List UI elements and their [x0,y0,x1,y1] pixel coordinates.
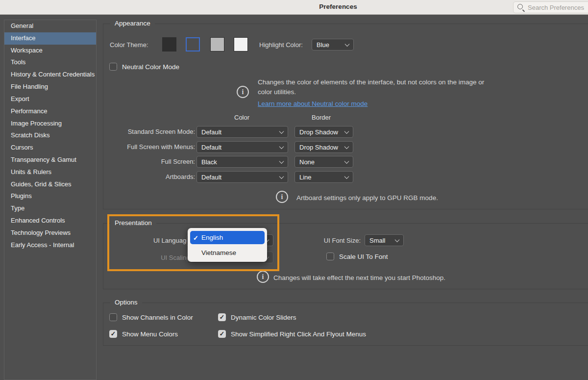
sidebar-item-units-rulers[interactable]: Units & Rulers [4,166,96,178]
ui-language-menu: English Vietnamese [188,228,267,262]
ui-font-size-label: UI Font Size: [290,237,361,244]
sidebar-item-general[interactable]: General [4,20,96,32]
standard-screen-mode-border-select[interactable]: Drop Shadow [294,126,353,138]
neutral-color-mode-checkbox[interactable] [109,63,117,71]
neutral-color-mode-label: Neutral Color Mode [122,63,179,71]
neutral-color-mode-link[interactable]: Learn more about Neutral color mode [258,100,368,107]
info-icon [257,271,269,283]
sidebar-item-guides-grid-slices[interactable]: Guides, Grid & Slices [4,178,96,191]
sidebar-item-image-processing[interactable]: Image Processing [4,118,96,130]
standard-screen-mode-color-value: Default [201,128,221,136]
show-simplified-right-click-label: Show Simplified Right Click And Flyout M… [231,330,366,338]
ui-scaling-label: UI Scaling: [108,254,192,261]
preferences-window: Preferences General Interface Workspace … [0,0,588,380]
standard-screen-mode-label: Standard Screen Mode: [103,128,195,135]
theme-swatch-darkest[interactable] [162,37,176,51]
artboard-info-text: Artboard settings only apply to GPU RGB … [296,193,438,203]
highlight-color-select[interactable]: Blue [312,39,354,51]
ui-font-size-select[interactable]: Small [365,234,404,246]
standard-screen-mode-color-select[interactable]: Default [196,126,288,138]
full-screen-menus-color-select[interactable]: Default [196,141,288,153]
sidebar-item-interface[interactable]: Interface [4,32,96,45]
theme-swatch-lightest[interactable] [234,37,248,51]
full-screen-menus-color-value: Default [201,144,221,151]
color-column-header: Color [234,114,249,121]
sidebar-item-enhanced-controls[interactable]: Enhanced Controls [4,215,96,227]
ui-language-label: UI Language: [108,237,192,244]
full-screen-color-select[interactable]: Black [196,156,288,168]
sidebar-item-type[interactable]: Type [4,203,96,215]
full-screen-menus-label: Full Screen with Menus: [103,143,195,151]
artboards-color-value: Default [201,174,221,181]
sidebar-item-file-handling[interactable]: File Handling [4,81,96,93]
appearance-group: Appearance Color Theme: Highlight Color:… [103,24,588,209]
full-screen-border-value: None [299,158,315,166]
show-menu-colors-checkbox[interactable] [109,330,117,338]
full-screen-menus-border-select[interactable]: Drop Shadow [294,141,353,153]
full-screen-border-select[interactable]: None [294,156,353,168]
border-column-header: Border [312,114,331,121]
sidebar-item-cursors[interactable]: Cursors [4,142,96,154]
sidebar-item-technology-previews[interactable]: Technology Previews [4,227,96,239]
sidebar-item-tools[interactable]: Tools [4,56,96,69]
presentation-group: Presentation UI Language: UI Scaling: En… [103,223,588,289]
theme-swatch-dark-selected[interactable] [186,37,200,51]
show-menu-colors-label: Show Menu Colors [122,330,178,338]
options-group: Options Show Channels in Color Dynamic C… [103,303,588,346]
info-icon [276,191,288,203]
dynamic-color-sliders-label: Dynamic Color Sliders [231,314,296,321]
highlight-color-label: Highlight Color: [259,41,303,49]
search-field[interactable] [513,1,588,13]
artboards-border-select[interactable]: Line [294,171,353,183]
dynamic-color-sliders-checkbox[interactable] [218,313,226,321]
sidebar-item-history-content-credentials[interactable]: History & Content Credentials [4,69,96,81]
sidebar: General Interface Workspace Tools Histor… [4,20,97,380]
titlebar: Preferences [0,0,588,15]
info-icon [237,86,249,98]
sidebar-item-performance[interactable]: Performance [4,105,96,118]
scale-ui-to-font-checkbox[interactable] [326,253,334,260]
full-screen-menus-border-value: Drop Shadow [299,144,338,151]
window-title: Preferences [319,3,357,10]
theme-swatch-light[interactable] [210,37,224,51]
scale-ui-to-font-label: Scale UI To Font [339,253,388,260]
menu-item-label: English [201,234,223,241]
sidebar-item-scratch-disks[interactable]: Scratch Disks [4,129,96,142]
menu-item-label: Vietnamese [201,249,236,256]
sidebar-item-export[interactable]: Export [4,93,96,105]
show-channels-in-color-label: Show Channels in Color [122,314,193,321]
search-input[interactable] [528,4,588,11]
presentation-info-text: Changes will take effect the next time y… [273,273,445,283]
sidebar-item-early-access-internal[interactable]: Early Access - Internal [4,239,96,252]
standard-screen-mode-border-value: Drop Shadow [299,128,338,136]
artboards-color-select[interactable]: Default [196,171,288,183]
search-icon [517,3,525,11]
sidebar-item-transparency-gamut[interactable]: Transparency & Gamut [4,154,96,166]
presentation-legend: Presentation [110,219,156,227]
ui-font-size-value: Small [369,237,386,244]
color-theme-label: Color Theme: [110,41,148,49]
sidebar-list: General Interface Workspace Tools Histor… [4,20,96,251]
show-simplified-right-click-checkbox[interactable] [218,330,226,338]
full-screen-color-value: Black [201,158,217,166]
artboards-label: Artboards: [103,173,195,180]
options-legend: Options [110,299,142,306]
appearance-legend: Appearance [110,20,155,27]
full-screen-label: Full Screen: [103,158,195,165]
appearance-info-text: Changes the color of elements of the int… [258,77,497,97]
highlight-color-value: Blue [317,41,329,49]
artboards-border-value: Line [299,174,312,181]
checkmark-icon [193,233,199,242]
sidebar-item-plugins[interactable]: Plugins [4,190,96,203]
menu-item-english[interactable]: English [190,231,265,244]
menu-item-vietnamese[interactable]: Vietnamese [190,246,265,259]
sidebar-item-workspace[interactable]: Workspace [4,45,96,57]
show-channels-in-color-checkbox[interactable] [109,313,117,321]
